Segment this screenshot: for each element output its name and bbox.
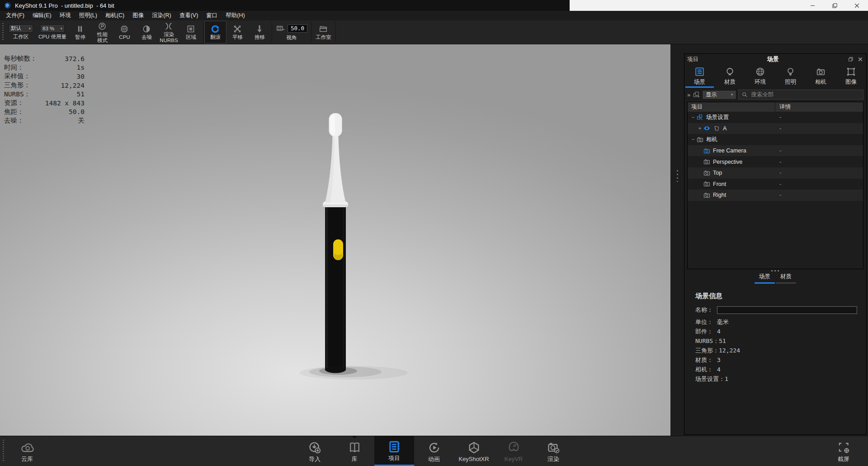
tree-column-detail[interactable]: 详情 — [775, 103, 863, 111]
toolbar-nurbs-button[interactable]: 渲染 NURBS — [158, 21, 180, 43]
cpu-usage-dropdown-value: 83 % — [42, 26, 54, 31]
toolbar-drag-handle[interactable] — [2, 23, 4, 41]
ribbon-keyvr-button[interactable]: KeyVR — [494, 436, 533, 466]
material-tab-icon — [724, 66, 736, 77]
maximize-button[interactable] — [824, 0, 846, 11]
tab-label: 场景 — [694, 78, 705, 86]
workspace-dropdown[interactable]: 默认 ▾ — [9, 24, 33, 33]
pan-icon — [232, 24, 242, 34]
stat-label: 每秒帧数： — [4, 54, 37, 63]
studio-button[interactable]: 工作室 — [312, 21, 335, 43]
work-area: 每秒帧数：372.6时间：1s采样值：30三角形：12,224NURBS：51资… — [0, 44, 868, 436]
subtab-drag-dots[interactable] — [771, 270, 779, 271]
panel-tab-bar: 场景材质环境照明相机图像 — [684, 65, 866, 87]
toothbrush-model[interactable] — [294, 112, 411, 384]
scene-name-input[interactable] — [717, 306, 857, 314]
expander-plus[interactable]: + — [697, 125, 703, 132]
menu-item[interactable]: 图像 — [128, 11, 148, 20]
menu-item[interactable]: 编辑(E) — [28, 11, 56, 20]
tree-row[interactable]: Perspective- — [688, 156, 863, 167]
scene-info-value: 12,224 — [719, 347, 740, 354]
minimize-button[interactable] — [802, 0, 824, 11]
tab-image[interactable]: 图像 — [836, 65, 866, 87]
ribbon-keyshotxr-button[interactable]: KeyShotXR — [454, 436, 494, 466]
realtime-viewport[interactable]: 每秒帧数：372.6时间：1s采样值：30三角形：12,224NURBS：51资… — [0, 44, 670, 436]
cpu-usage-selector[interactable]: 83 % ▾ CPU 使用量 — [36, 20, 69, 44]
environment-tab-icon — [755, 66, 766, 77]
toolbar-button-label: CPU — [119, 34, 130, 40]
menu-item[interactable]: 相机(C) — [101, 11, 128, 20]
tree-row[interactable]: Front- — [688, 179, 863, 190]
tree-row[interactable]: −相机 — [688, 134, 863, 145]
ribbon-render-button[interactable]: 渲染 — [533, 436, 573, 466]
menu-item[interactable]: 窗口 — [202, 11, 222, 20]
expand-filters-icon[interactable]: » — [687, 92, 690, 98]
menu-item[interactable]: 文件(F) — [2, 11, 28, 20]
panel-subtab-scene[interactable]: 场景 — [755, 271, 775, 284]
menu-item[interactable]: 照明(L) — [75, 11, 101, 20]
toolbar-performance-button[interactable]: 性能 模式 — [91, 21, 113, 43]
project-panel: 项目 场景 场景材质环境照明相机图像 » 显示 ▾ — [684, 53, 867, 435]
menu-item[interactable]: 帮助(H) — [222, 11, 249, 20]
keyvr-icon — [507, 441, 521, 455]
scene-info-label: 三角形： — [695, 347, 719, 355]
ribbon-import-button[interactable]: 导入 — [295, 436, 335, 466]
ribbon-button-label: KeyShotXR — [458, 456, 489, 462]
tree-column-item[interactable]: 项目 — [688, 102, 775, 112]
scene-info-section: 场景信息 名称： 单位：毫米部件：4NURBS：51三角形：12,224材质：3… — [684, 285, 866, 384]
tab-environment[interactable]: 环境 — [745, 65, 775, 87]
eye-icon[interactable] — [703, 124, 711, 132]
tree-row[interactable]: −场景设置- — [688, 112, 863, 123]
scene-info-row: 三角形：12,224 — [695, 346, 857, 355]
toolbar-pan-button[interactable]: 平移 — [226, 21, 249, 43]
search-input[interactable] — [750, 91, 860, 98]
ribbon-drag-handle[interactable] — [3, 440, 4, 462]
performance-icon — [97, 21, 107, 31]
show-dropdown[interactable]: 显示 ▾ — [703, 90, 736, 99]
expander-minus[interactable]: − — [690, 136, 696, 143]
render-icon — [547, 441, 561, 455]
ribbon-project-button[interactable]: 项目 — [374, 436, 414, 466]
tab-camera[interactable]: 相机 — [806, 65, 836, 87]
tab-scene[interactable]: 场景 — [684, 65, 715, 87]
toolbar-tumble-button[interactable]: 翻滚 — [204, 21, 226, 43]
tab-lighting[interactable]: 照明 — [775, 65, 806, 87]
tree-row[interactable]: Right- — [688, 190, 863, 201]
menu-item[interactable]: 环境 — [56, 11, 75, 20]
ribbon-library-button[interactable]: 库 — [335, 436, 374, 466]
stat-row: 每秒帧数：372.6 — [4, 54, 85, 63]
menu-item[interactable]: 渲染(R) — [148, 11, 175, 20]
search-box[interactable] — [738, 90, 863, 100]
undock-panel-icon[interactable] — [848, 56, 854, 62]
toolbar-cpu-button[interactable]: CPU — [113, 21, 136, 43]
project-panel-header: 项目 场景 — [684, 54, 866, 64]
scene-info-value: 51 — [719, 338, 726, 344]
tree-row[interactable]: Free Camera- — [688, 145, 863, 157]
workspace-selector[interactable]: 默认 ▾ 工作区 — [6, 20, 36, 44]
close-button[interactable] — [846, 0, 868, 11]
toolbar-pause-button[interactable]: 暂停 — [69, 21, 91, 43]
ribbon-animation-button[interactable]: 动画 — [414, 436, 454, 466]
cpu-usage-dropdown[interactable]: 83 % ▾ — [40, 24, 65, 33]
menu-item[interactable]: 查看(V) — [175, 11, 203, 20]
ribbon-cloud-button[interactable]: 云库 — [7, 436, 47, 466]
close-panel-icon[interactable] — [857, 56, 863, 62]
toolbar-region-button[interactable]: 区域 — [180, 21, 202, 43]
tree-item-detail: - — [775, 159, 863, 165]
tree-row[interactable]: +A- — [688, 123, 863, 134]
tab-material[interactable]: 材质 — [715, 65, 745, 87]
toolbar-dolly-button[interactable]: 推移 — [249, 21, 271, 43]
bottom-ribbon: 云库 导入库项目动画KeyShotXRKeyVR渲染 截屏 — [0, 436, 868, 466]
tree-row[interactable]: Top- — [688, 167, 863, 179]
add-group-icon[interactable] — [693, 91, 700, 99]
fov-input[interactable] — [288, 24, 307, 33]
expander-minus[interactable]: − — [690, 114, 696, 120]
ribbon-screenshot-button[interactable]: 截屏 — [824, 436, 863, 466]
tree-item-detail: - — [775, 147, 863, 154]
stat-row: 时间：1s — [4, 63, 85, 72]
tree-item-label: Right — [713, 192, 726, 198]
stat-row: 三角形：12,224 — [4, 81, 85, 90]
panel-splitter-handle[interactable] — [677, 170, 678, 182]
toolbar-denoise-button[interactable]: 去噪 — [136, 21, 158, 43]
panel-subtab-material[interactable]: 材质 — [776, 271, 796, 284]
